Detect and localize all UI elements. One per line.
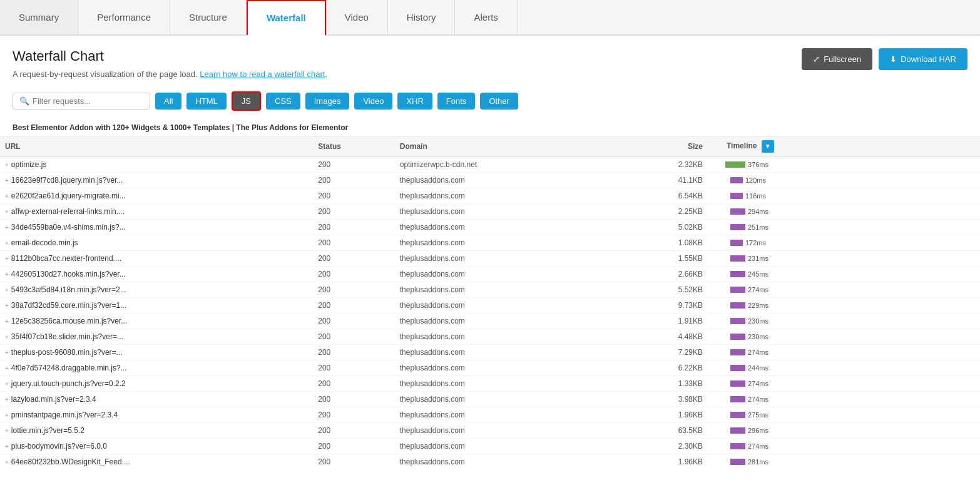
cell-domain: theplusaddons.com — [395, 173, 613, 188]
row-expand-icon[interactable]: + — [5, 459, 9, 466]
row-expand-icon[interactable]: + — [5, 380, 9, 387]
cell-url: +38a7df32cd59.core.min.js?ver=1... — [0, 298, 313, 314]
cell-domain: theplusaddons.com — [395, 282, 613, 298]
timing-label: 230ms — [748, 333, 768, 340]
cell-url: +jquery.ui.touch-punch.js?ver=0.2.2 — [0, 376, 313, 392]
fullscreen-button[interactable]: ⤢ Fullscreen — [802, 48, 872, 70]
table-row[interactable]: +35f4f07cb18e.slider.min.js?ver=...200th… — [0, 329, 980, 345]
table-row[interactable]: +jquery.ui.touch-punch.js?ver=0.2.2200th… — [0, 376, 980, 392]
tab-structure[interactable]: Structure — [170, 0, 247, 34]
row-expand-icon[interactable]: + — [5, 443, 9, 450]
search-input[interactable] — [33, 96, 143, 106]
cell-timeline: 244ms — [708, 360, 980, 376]
table-row[interactable]: +64ee80f232bb.WDesignKit_Feed....200thep… — [0, 454, 980, 469]
table-row[interactable]: +theplus-post-96088.min.js?ver=...200the… — [0, 345, 980, 360]
table-row[interactable]: +12e5c38256ca.mouse.min.js?ver...200thep… — [0, 314, 980, 329]
timing-label: 376ms — [748, 161, 768, 168]
timeline-bar — [730, 302, 745, 309]
row-expand-icon[interactable]: + — [5, 161, 9, 168]
table-row[interactable]: +442605130d27.hooks.min.js?ver...200thep… — [0, 267, 980, 282]
cell-url: +34de4559ba0e.v4-shims.min.js?... — [0, 220, 313, 235]
tab-history[interactable]: History — [388, 0, 456, 34]
timeline-bar — [730, 427, 745, 434]
table-row[interactable]: +optimize.js200optimizerwpc.b-cdn.net2.3… — [0, 157, 980, 173]
timing-label: 294ms — [748, 208, 768, 215]
table-row[interactable]: +16623e9f7cd8.jquery.min.js?ver...200the… — [0, 173, 980, 188]
filter-css[interactable]: CSS — [266, 93, 300, 110]
fullscreen-label: Fullscreen — [824, 54, 861, 64]
tab-video[interactable]: Video — [326, 0, 388, 34]
tab-performance[interactable]: Performance — [78, 0, 170, 34]
row-expand-icon[interactable]: + — [5, 412, 9, 419]
row-expand-icon[interactable]: + — [5, 302, 9, 309]
cell-url: +4f0e7d574248.draggable.min.js?... — [0, 360, 313, 376]
timeline-bar — [730, 177, 743, 183]
table-row[interactable]: +email-decode.min.js200theplusaddons.com… — [0, 235, 980, 251]
row-expand-icon[interactable]: + — [5, 349, 9, 356]
cell-url: +64ee80f232bb.WDesignKit_Feed.... — [0, 454, 313, 469]
learn-link[interactable]: Learn how to read a waterfall chart — [200, 69, 325, 79]
timeline-bar — [730, 380, 745, 387]
row-expand-icon[interactable]: + — [5, 255, 9, 262]
cell-url: +5493c3af5d84.i18n.min.js?ver=2... — [0, 282, 313, 298]
filter-js[interactable]: JS — [232, 91, 261, 111]
row-expand-icon[interactable]: + — [5, 208, 9, 215]
row-expand-icon[interactable]: + — [5, 240, 9, 247]
cell-timeline: 274ms — [708, 282, 980, 298]
filter-images[interactable]: Images — [305, 93, 350, 110]
timing-label: 274ms — [748, 286, 768, 293]
table-row[interactable]: +34de4559ba0e.v4-shims.min.js?...200thep… — [0, 220, 980, 235]
cell-domain: theplusaddons.com — [395, 314, 613, 329]
cell-timeline: 230ms — [708, 329, 980, 345]
table-row[interactable]: +5493c3af5d84.i18n.min.js?ver=2...200the… — [0, 282, 980, 298]
row-expand-icon[interactable]: + — [5, 396, 9, 403]
timeline-bar — [730, 255, 745, 262]
download-har-button[interactable]: ⬇ Download HAR — [879, 48, 967, 70]
row-expand-icon[interactable]: + — [5, 193, 9, 200]
tab-alerts[interactable]: Alerts — [455, 0, 517, 34]
row-expand-icon[interactable]: + — [5, 365, 9, 372]
filter-other[interactable]: Other — [480, 93, 518, 110]
cell-status: 200 — [313, 329, 395, 345]
row-expand-icon[interactable]: + — [5, 271, 9, 278]
cell-status: 200 — [313, 314, 395, 329]
timeline-dropdown-icon[interactable]: ▼ — [762, 140, 774, 153]
table-row[interactable]: +plus-bodymovin.js?ver=6.0.0200theplusad… — [0, 439, 980, 454]
cell-timeline: 296ms — [708, 423, 980, 439]
cell-timeline: 376ms — [708, 157, 980, 173]
timing-label: 116ms — [745, 192, 766, 200]
filter-video[interactable]: Video — [354, 93, 392, 110]
row-expand-icon[interactable]: + — [5, 318, 9, 325]
cell-status: 200 — [313, 407, 395, 423]
row-expand-icon[interactable]: + — [5, 334, 9, 340]
cell-size: 6.22KB — [613, 360, 708, 376]
table-body: +optimize.js200optimizerwpc.b-cdn.net2.3… — [0, 157, 980, 469]
cell-size: 9.73KB — [613, 298, 708, 314]
waterfall-table-container[interactable]: URL Status Domain Size Timeline ▼ +optim… — [0, 136, 980, 468]
row-expand-icon[interactable]: + — [5, 177, 9, 184]
table-row[interactable]: +e2620f2ae61d.jquery-migrate.mi...200the… — [0, 188, 980, 204]
table-row[interactable]: +38a7df32cd59.core.min.js?ver=1...200the… — [0, 298, 980, 314]
filter-xhr[interactable]: XHR — [397, 93, 432, 110]
table-row[interactable]: +4f0e7d574248.draggable.min.js?...200the… — [0, 360, 980, 376]
table-row[interactable]: +pminstantpage.min.js?ver=2.3.4200theplu… — [0, 407, 980, 423]
cell-url: +pminstantpage.min.js?ver=2.3.4 — [0, 407, 313, 423]
cell-size: 2.25KB — [613, 204, 708, 220]
row-expand-icon[interactable]: + — [5, 224, 9, 231]
table-row[interactable]: +affwp-external-referral-links.min....20… — [0, 204, 980, 220]
table-row[interactable]: +8112b0bca7cc.nexter-frontend....200thep… — [0, 251, 980, 267]
table-row[interactable]: +lazyload.min.js?ver=2.3.4200theplusaddo… — [0, 392, 980, 407]
filter-fonts[interactable]: Fonts — [437, 93, 476, 110]
cell-status: 200 — [313, 392, 395, 407]
cell-size: 41.1KB — [613, 173, 708, 188]
filter-all[interactable]: All — [155, 93, 181, 110]
tab-summary[interactable]: Summary — [0, 0, 78, 34]
filter-html[interactable]: HTML — [186, 93, 226, 110]
table-row[interactable]: +lottie.min.js?ver=5.5.2200theplusaddons… — [0, 423, 980, 439]
cell-timeline: 294ms — [708, 204, 980, 220]
row-expand-icon[interactable]: + — [5, 427, 9, 434]
subtitle-text: A request-by-request visualization of th… — [13, 69, 198, 79]
row-expand-icon[interactable]: + — [5, 287, 9, 293]
tab-waterfall[interactable]: Waterfall — [247, 0, 326, 36]
cell-timeline: 230ms — [708, 314, 980, 329]
